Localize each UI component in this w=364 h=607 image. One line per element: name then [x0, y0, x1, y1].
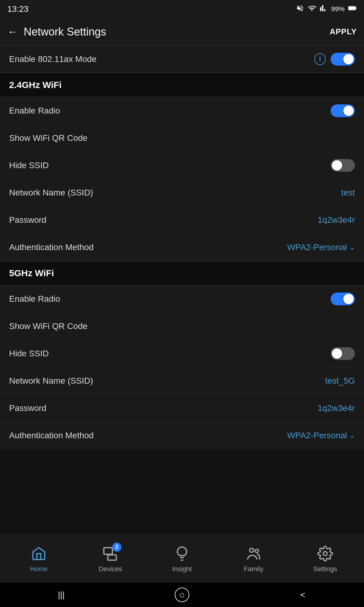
wifi5-title: 5GHz WiFi: [9, 268, 54, 278]
toggle-thumb: [332, 160, 342, 171]
nav-item-devices[interactable]: 2 Devices: [83, 544, 138, 573]
nav-label-settings: Settings: [313, 565, 337, 573]
wifi5-enable-radio-toggle[interactable]: [331, 293, 355, 305]
chevron-down-icon: ⌄: [349, 432, 355, 439]
wifi5-section-header: 5GHz WiFi: [0, 261, 364, 285]
wifi5-auth-method-value: WPA2-Personal: [287, 431, 347, 440]
toggle-thumb: [332, 348, 342, 359]
svg-point-5: [250, 548, 254, 552]
settings-content: Enable 802.11ax Mode i 2.4GHz WiFi Enabl…: [0, 46, 364, 534]
battery-icon: [348, 5, 357, 13]
wifi24-enable-radio-label: Enable Radio: [9, 106, 60, 116]
enable-80211ax-row: Enable 802.11ax Mode i: [0, 46, 364, 73]
wifi24-enable-radio-row: Enable Radio: [0, 97, 364, 124]
home-icon: [30, 544, 48, 563]
page-title: Network Settings: [24, 25, 106, 38]
settings-icon: [316, 544, 334, 563]
status-bar: 13:23 99%: [0, 0, 364, 18]
page-header: ← Network Settings APPLY: [0, 18, 364, 46]
wifi5-auth-method-dropdown[interactable]: WPA2-Personal ⌄: [287, 431, 355, 440]
wifi24-hide-ssid-label: Hide SSID: [9, 161, 49, 170]
wifi24-auth-method-label: Authentication Method: [9, 242, 94, 252]
chevron-down-icon: ⌄: [349, 243, 355, 251]
wifi5-network-name-label: Network Name (SSID): [9, 376, 93, 386]
wifi24-title: 2.4GHz WiFi: [9, 80, 62, 90]
svg-rect-1: [349, 7, 355, 10]
nav-label-devices: Devices: [99, 565, 122, 573]
info-icon[interactable]: i: [314, 53, 326, 65]
sys-nav-menu[interactable]: |||: [52, 586, 70, 604]
enable-80211ax-toggle[interactable]: [331, 53, 355, 66]
nav-label-insight: Insight: [172, 565, 192, 573]
wifi24-show-qr-label: Show WiFi QR Code: [9, 133, 87, 143]
nav-item-home[interactable]: Home: [12, 544, 66, 573]
svg-rect-4: [108, 555, 116, 560]
back-button[interactable]: ←: [7, 26, 18, 38]
svg-rect-3: [104, 548, 112, 554]
wifi24-hide-ssid-toggle[interactable]: [331, 159, 355, 172]
nav-item-settings[interactable]: Settings: [298, 544, 352, 573]
system-nav-bar: ||| ○ <: [0, 583, 364, 607]
devices-badge: 2: [112, 543, 121, 552]
toggle-thumb: [343, 106, 354, 116]
svg-point-6: [255, 549, 258, 552]
wifi24-auth-method-value: WPA2-Personal: [287, 242, 347, 252]
status-icons: 99%: [296, 4, 357, 14]
wifi5-enable-radio-label: Enable Radio: [9, 294, 60, 304]
toggle-thumb: [343, 294, 354, 304]
battery-level: 99%: [331, 5, 345, 13]
wifi5-show-qr-row[interactable]: Show WiFi QR Code: [0, 313, 364, 340]
nav-item-insight[interactable]: Insight: [155, 544, 209, 573]
wifi24-show-qr-row[interactable]: Show WiFi QR Code: [0, 124, 364, 152]
devices-icon: 2: [101, 544, 120, 563]
wifi24-network-name-label: Network Name (SSID): [9, 188, 93, 198]
wifi24-password-row[interactable]: Password 1q2w3e4r: [0, 206, 364, 234]
wifi24-auth-method-row[interactable]: Authentication Method WPA2-Personal ⌄: [0, 234, 364, 261]
wifi24-enable-radio-toggle[interactable]: [331, 104, 355, 117]
wifi24-section-header: 2.4GHz WiFi: [0, 73, 364, 97]
wifi5-auth-method-label: Authentication Method: [9, 431, 94, 440]
wifi5-enable-radio-row: Enable Radio: [0, 285, 364, 313]
toggle-thumb: [343, 54, 354, 64]
wifi5-password-value: 1q2w3e4r: [318, 403, 355, 413]
header-left: ← Network Settings: [7, 25, 106, 38]
sys-nav-back[interactable]: <: [294, 586, 312, 604]
wifi5-hide-ssid-label: Hide SSID: [9, 349, 49, 358]
sys-nav-home[interactable]: ○: [175, 588, 189, 602]
wifi24-password-label: Password: [9, 215, 46, 225]
wifi5-auth-method-row[interactable]: Authentication Method WPA2-Personal ⌄: [0, 422, 364, 449]
nav-label-family: Family: [244, 565, 264, 573]
wifi24-auth-method-dropdown[interactable]: WPA2-Personal ⌄: [287, 242, 355, 252]
status-time: 13:23: [7, 4, 29, 14]
enable-80211ax-label: Enable 802.11ax Mode: [9, 54, 96, 64]
nav-label-home: Home: [30, 565, 48, 573]
wifi5-password-label: Password: [9, 403, 46, 413]
wifi5-hide-ssid-toggle[interactable]: [331, 347, 355, 360]
wifi5-show-qr-label: Show WiFi QR Code: [9, 321, 87, 331]
svg-rect-2: [356, 7, 356, 9]
wifi24-hide-ssid-row: Hide SSID: [0, 152, 364, 179]
signal-icon: [320, 4, 328, 14]
enable-80211ax-controls: i: [314, 53, 355, 66]
wifi-icon: [308, 4, 316, 14]
mute-icon: [296, 4, 304, 14]
nav-item-family[interactable]: Family: [226, 544, 281, 573]
svg-point-7: [323, 551, 327, 555]
insight-icon: [173, 544, 191, 563]
bottom-navigation: Home 2 Devices Insight: [0, 534, 364, 583]
wifi5-network-name-value: test_5G: [325, 376, 355, 386]
wifi5-hide-ssid-row: Hide SSID: [0, 340, 364, 367]
wifi5-password-row[interactable]: Password 1q2w3e4r: [0, 395, 364, 422]
apply-button[interactable]: APPLY: [330, 27, 357, 36]
family-icon: [244, 544, 263, 563]
wifi24-password-value: 1q2w3e4r: [318, 215, 355, 225]
wifi5-network-name-row[interactable]: Network Name (SSID) test_5G: [0, 367, 364, 395]
wifi24-network-name-value: test: [341, 188, 355, 198]
wifi24-network-name-row[interactable]: Network Name (SSID) test: [0, 179, 364, 206]
